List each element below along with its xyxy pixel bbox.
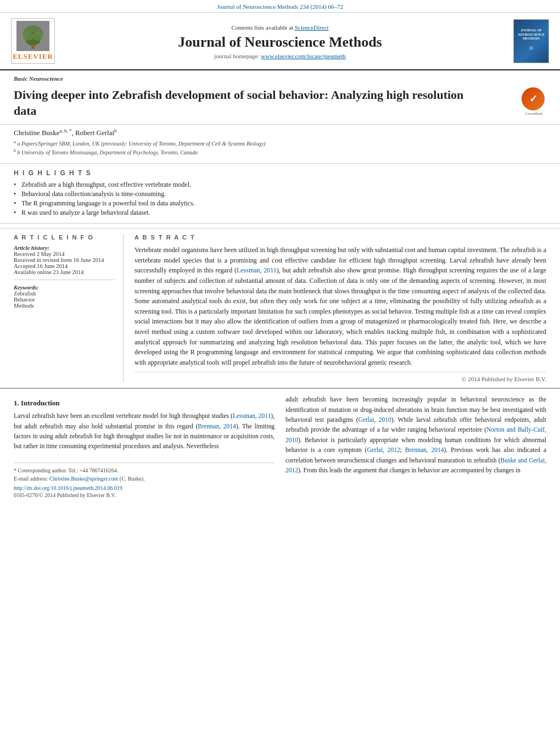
keyword-behavior: Behavior [14,297,115,303]
abstract-text: Vertebrate model organisms have been uti… [135,245,546,367]
crossmark-label: CrossMark [522,111,546,116]
ref-gerlai-2010[interactable]: Gerlai, 2010 [359,416,391,423]
available-date: Available online 23 June 2014 [14,269,115,275]
highlight-item: Zebrafish are a high throughput, cost ef… [14,180,546,189]
tree-svg [18,23,48,50]
highlights-heading: H I G H L I G H T S [14,169,546,177]
abstract-column: A B S T R A C T Vertebrate model organis… [135,234,546,382]
journal-info-center: Contents lists available at ScienceDirec… [60,23,500,59]
article-history-group: Article history: Received 2 May 2014 Rec… [14,245,115,275]
svg-rect-2 [31,44,35,49]
affiliation-b: b b University of Toronto Mississauga, D… [14,148,546,155]
cover-title: JOURNAL OFNEUROSCIENCEMETHODS [518,29,544,41]
received-revised-date: Received in revised form 16 June 2014 [14,257,115,263]
authors-area: Christine Buskea, b, *, Robert Gerlaib a… [0,125,560,159]
authors-list: Christine Buskea, b, *, Robert Gerlaib [14,128,546,137]
author-separator: , Robert Gerlai [71,129,114,137]
crossmark-icon: ✓ [522,87,545,110]
highlights-list: Zebrafish are a high throughput, cost ef… [14,180,546,217]
ref-gerlai-2012[interactable]: Gerlai, 2012 [367,447,400,453]
received-date: Received 2 May 2014 [14,251,115,257]
highlight-item: Behavioral data collection/analysis is t… [14,189,546,199]
intro-text-right: adult zebrafish have been becoming incre… [285,394,546,475]
journal-cover-image: JOURNAL OFNEUROSCIENCEMETHODS ≡ [513,19,549,63]
doi-link[interactable]: http://dx.doi.org/10.1016/j.jneumeth.201… [14,485,122,491]
intro-heading: 1. Introduction [14,399,275,408]
accepted-date: Accepted 16 June 2014 [14,263,115,269]
intro-two-col: 1. Introduction Larval zebrafish have be… [14,394,546,499]
sciencedirect-text: Contents lists available at [231,24,294,31]
ref-lessman[interactable]: Lessman, 2011 [237,266,277,274]
homepage-link[interactable]: www.elsevier.com/locate/jneumeth [261,53,345,59]
elsevier-wordmark: ELSEVIER [13,52,53,61]
email-link[interactable]: Christine.Buske@springer.com [49,476,118,482]
footnote-corresponding: * Corresponding author. Tel.: +44 786741… [14,466,275,475]
ref-brennan-2[interactable]: Brennan, 2014 [405,447,444,453]
highlight-item: R was used to analyze a large behavioral… [14,208,546,217]
intro-left-col: 1. Introduction Larval zebrafish have be… [14,394,275,499]
highlight-item: The R programming language is a powerful… [14,199,546,208]
elsevier-logo: ELSEVIER [11,18,55,64]
journal-reference: Journal of Neuroscience Methods 234 (201… [0,0,560,13]
article-info-heading: A R T I C L E I N F O [14,234,115,241]
keywords-group: Keywords: Zebrafish Behavior Methods [14,284,115,309]
license-line: 0165-0270/© 2014 Published by Elsevier B… [14,491,275,499]
svg-point-3 [23,32,33,41]
info-divider [14,280,115,280]
main-content-area: 1. Introduction Larval zebrafish have be… [0,388,560,505]
crossmark-badge: ✓ CrossMark [522,87,546,112]
article-info-column: A R T I C L E I N F O Article history: R… [14,234,124,382]
ref-norton[interactable]: Norton and Bally-Cuif, 2010 [285,426,546,443]
intro-right-col: adult zebrafish have been becoming incre… [285,394,546,499]
svg-point-4 [32,32,43,41]
sciencedirect-link[interactable]: ScienceDirect [295,24,329,31]
ref-buske-gerlai[interactable]: Buske and Gerlai, 2012 [285,457,546,473]
keyword-zebrafish: Zebrafish [14,291,115,297]
footnote-email: E-mail address: Christine.Buske@springer… [14,475,275,483]
history-label: Article history: [14,245,115,251]
highlights-section: H I G H L I G H T S Zebrafish are a high… [0,163,560,224]
article-section-tag: Basic Neuroscience [0,70,560,84]
author-2-affil: b [114,128,117,133]
keyword-methods: Methods [14,303,115,309]
abstract-heading: A B S T R A C T [135,234,546,241]
footnote-area: * Corresponding author. Tel.: +44 786741… [14,462,275,499]
journal-header: ELSEVIER Contents lists available at Sci… [0,13,560,70]
journal-title: Journal of Neuroscience Methods [60,34,500,51]
author-1-affil: a, b, * [59,128,71,133]
journal-cover-area: JOURNAL OFNEUROSCIENCEMETHODS ≡ [505,19,549,63]
keywords-label: Keywords: [14,284,115,291]
elsevier-tree-icon [16,21,49,51]
article-title-area: Diving deeper into Zebrafish development… [0,84,560,125]
journal-homepage: journal homepage: www.elsevier.com/locat… [60,53,500,59]
doi-line: http://dx.doi.org/10.1016/j.jneumeth.201… [14,485,275,491]
affiliation-a: a a Papers/Springer SBM, London, UK (pre… [14,140,546,147]
article-title: Diving deeper into Zebrafish development… [14,87,464,119]
article-info-abstract-section: A R T I C L E I N F O Article history: R… [0,228,560,388]
intro-text-left: Larval zebrafish have been an excellent … [14,411,275,451]
ref-brennan[interactable]: Brennan, 2014 [198,423,236,429]
sciencedirect-notice: Contents lists available at ScienceDirec… [60,23,500,32]
ref-lessman-2[interactable]: Lessman, 2011 [233,412,271,419]
author-1: Christine Buske [14,129,59,137]
copyright-line: © 2014 Published by Elsevier B.V. [135,372,546,382]
